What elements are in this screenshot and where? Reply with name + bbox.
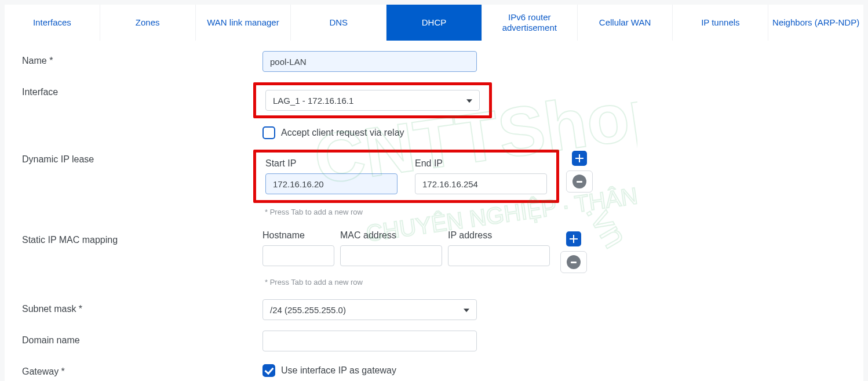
minus-icon bbox=[567, 255, 581, 269]
static-mac-input[interactable] bbox=[340, 245, 442, 266]
gateway-checkbox-label: Use interface IP as gateway bbox=[281, 365, 396, 376]
plus-icon bbox=[575, 154, 583, 162]
tab-zones[interactable]: Zones bbox=[100, 5, 196, 41]
tab-ip-tunnels[interactable]: IP tunnels bbox=[673, 5, 768, 41]
lease-start-header: Start IP bbox=[265, 158, 397, 169]
tab-label-line2: advertisement bbox=[502, 23, 557, 33]
domain-input[interactable] bbox=[262, 331, 477, 351]
gateway-label: Gateway * bbox=[22, 362, 262, 377]
tab-cellular-wan[interactable]: Cellular WAN bbox=[578, 5, 673, 41]
lease-end-header: End IP bbox=[415, 158, 547, 169]
add-static-row-button[interactable] bbox=[566, 231, 581, 246]
tab-dns[interactable]: DNS bbox=[291, 5, 386, 41]
form-area: Name * Interface LAG_1 - 172.16.16.1 Acc… bbox=[5, 41, 863, 381]
tab-dhcp[interactable]: DHCP bbox=[386, 5, 482, 41]
gateway-checkbox[interactable] bbox=[262, 364, 275, 377]
lease-hint: * Press Tab to add a new row bbox=[265, 208, 863, 216]
tab-neighbors-arp-ndp[interactable]: Neighbors (ARP-NDP) bbox=[768, 5, 863, 41]
highlight-interface: LAG_1 - 172.16.16.1 bbox=[253, 82, 492, 118]
interface-select-value: LAG_1 - 172.16.16.1 bbox=[273, 96, 353, 106]
tabs-row: Interfaces Zones WAN link manager DNS DH… bbox=[5, 5, 863, 41]
tab-label-line1: IPv6 router bbox=[508, 12, 550, 23]
relay-checkbox-label: Accept client request via relay bbox=[281, 128, 404, 138]
tab-wan-link-manager[interactable]: WAN link manager bbox=[196, 5, 291, 41]
minus-icon bbox=[572, 175, 586, 188]
static-ip-header: IP address bbox=[448, 230, 550, 241]
static-hostname-header: Hostname bbox=[262, 230, 334, 241]
highlight-lease: Start IP End IP bbox=[253, 150, 559, 203]
interface-select[interactable]: LAG_1 - 172.16.16.1 bbox=[265, 90, 480, 111]
subnet-select[interactable]: /24 (255.255.255.0) bbox=[262, 299, 477, 320]
domain-label: Domain name bbox=[22, 331, 262, 346]
name-input[interactable] bbox=[262, 51, 477, 72]
remove-lease-row-button[interactable] bbox=[566, 170, 593, 193]
tab-interfaces[interactable]: Interfaces bbox=[5, 5, 100, 41]
subnet-select-value: /24 (255.255.255.0) bbox=[270, 305, 346, 315]
lease-start-input[interactable] bbox=[265, 173, 397, 194]
static-hint: * Press Tab to add a new row bbox=[265, 278, 863, 286]
tab-ipv6-router-advertisement[interactable]: IPv6 router advertisement bbox=[482, 5, 578, 41]
static-ip-input[interactable] bbox=[448, 245, 550, 266]
static-mapping-label: Static IP MAC mapping bbox=[22, 230, 262, 245]
static-mac-header: MAC address bbox=[340, 230, 442, 241]
static-hostname-input[interactable] bbox=[262, 245, 334, 266]
subnet-label: Subnet mask * bbox=[22, 299, 262, 314]
remove-static-row-button[interactable] bbox=[560, 251, 587, 273]
plus-icon bbox=[570, 235, 578, 243]
dynamic-lease-label: Dynamic IP lease bbox=[22, 150, 262, 165]
interface-label: Interface bbox=[22, 82, 262, 97]
relay-checkbox[interactable] bbox=[262, 126, 275, 139]
add-lease-row-button[interactable] bbox=[572, 151, 587, 166]
name-label: Name * bbox=[22, 51, 262, 66]
lease-end-input[interactable] bbox=[415, 173, 547, 194]
